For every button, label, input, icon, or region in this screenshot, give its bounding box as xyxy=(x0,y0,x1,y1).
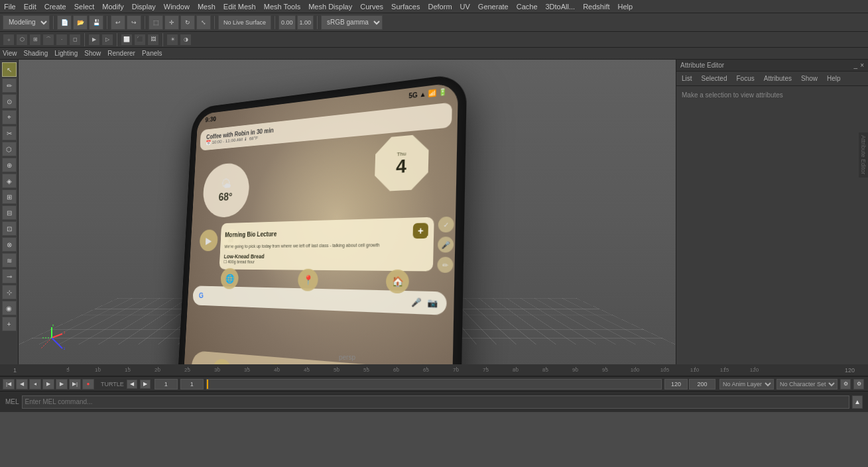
mic-icon[interactable]: 🎤 xyxy=(411,297,422,308)
menu-create[interactable]: Create xyxy=(44,3,66,11)
end-frame-input[interactable] xyxy=(664,379,688,389)
lasso-btn[interactable]: ⌖ xyxy=(2,110,17,125)
panel-view[interactable]: View xyxy=(3,50,17,57)
target-weld[interactable]: ⊹ xyxy=(2,285,17,299)
no-live-surface-btn[interactable]: No Live Surface xyxy=(218,15,271,30)
range-end-input[interactable] xyxy=(689,379,715,389)
timeline-track-bar[interactable] xyxy=(206,379,662,389)
notes-check-btn[interactable]: ✓ xyxy=(438,217,454,233)
light-mode[interactable]: ☀ xyxy=(166,34,178,46)
smooth-btn[interactable]: ≋ xyxy=(2,253,17,268)
play-fwd-btn[interactable]: ▶ xyxy=(42,379,54,389)
sel-mode-comp[interactable]: ⬡ xyxy=(16,34,28,46)
menu-file[interactable]: File xyxy=(4,3,16,11)
snap-curve[interactable]: ⌒ xyxy=(42,34,54,46)
fill-btn[interactable]: ⊡ xyxy=(2,221,17,236)
save-btn[interactable]: 💾 xyxy=(89,15,103,30)
extrude-btn[interactable]: ⬡ xyxy=(2,142,17,156)
prev-layer-btn[interactable]: ◀ xyxy=(127,380,137,389)
snap-point[interactable]: · xyxy=(56,34,68,46)
attr-tab-focus[interactable]: Focus xyxy=(733,74,757,83)
menu-curves[interactable]: Curves xyxy=(360,3,383,11)
attr-tab-help[interactable]: Help xyxy=(824,74,843,83)
panel-show[interactable]: Show xyxy=(84,50,101,57)
insert-btn[interactable]: ⊕ xyxy=(2,158,17,172)
bevel-btn[interactable]: ◈ xyxy=(2,174,17,188)
move-tool[interactable]: ✛ xyxy=(164,15,179,30)
next-layer-btn[interactable]: ▶ xyxy=(140,380,151,389)
close-attr-btn[interactable]: × xyxy=(860,62,864,69)
more-tools[interactable]: + xyxy=(2,317,17,331)
menu-mesh-tools[interactable]: Mesh Tools xyxy=(264,3,300,11)
go-start-btn[interactable]: |◀ xyxy=(3,379,15,389)
display-smooth[interactable]: ⬛ xyxy=(134,34,146,46)
menu-uv[interactable]: UV xyxy=(460,3,470,11)
sculpt-btn[interactable]: ⊙ xyxy=(2,94,17,109)
merge-btn[interactable]: ⊗ xyxy=(2,237,17,252)
script-editor-btn[interactable]: ▲ xyxy=(852,395,863,409)
ipr-btn[interactable]: ▷ xyxy=(101,34,113,46)
menu-window[interactable]: Window xyxy=(164,3,190,11)
play-back-btn[interactable]: ◂ xyxy=(29,379,41,389)
start-frame-input[interactable] xyxy=(155,379,178,389)
display-wire[interactable]: ⬜ xyxy=(121,34,133,46)
menu-cache[interactable]: Cache xyxy=(517,3,538,11)
deform-btn[interactable]: ◉ xyxy=(2,301,17,315)
redo-btn[interactable]: ↪ xyxy=(127,15,141,30)
menu-deform[interactable]: Deform xyxy=(428,3,452,11)
attr-tab-attributes[interactable]: Attributes xyxy=(761,74,794,83)
panel-panels[interactable]: Panels xyxy=(142,50,162,57)
char-set-select[interactable]: No Character Set xyxy=(776,379,837,389)
append-btn[interactable]: ⊟ xyxy=(2,205,17,220)
panel-renderer[interactable]: Renderer xyxy=(107,50,135,57)
panel-shading[interactable]: Shading xyxy=(24,50,48,57)
menu-edit-mesh[interactable]: Edit Mesh xyxy=(223,3,256,11)
anim-layer-select[interactable]: No Anim Layer xyxy=(719,379,774,389)
snap-grid[interactable]: ⊞ xyxy=(29,34,41,46)
record-btn[interactable]: ● xyxy=(82,379,94,389)
time-field[interactable]: 0.00 xyxy=(279,15,296,30)
cut-btn[interactable]: ✂ xyxy=(2,126,17,140)
menu-help[interactable]: Help xyxy=(618,3,633,11)
twitter-icon[interactable]: 🐦 xyxy=(265,362,286,364)
render-btn[interactable]: ▶ xyxy=(88,34,100,46)
menu-redshift[interactable]: Redshift xyxy=(583,3,609,11)
attr-tab-list[interactable]: List xyxy=(679,74,695,83)
anim-options-btn[interactable]: ⚙ xyxy=(840,379,851,389)
menu-3dtool[interactable]: 3DtoAll... xyxy=(546,3,576,11)
bridge-btn[interactable]: ⊞ xyxy=(2,189,17,204)
viewport[interactable]: 9:30 5G ▲ 📶 🔋 Coffee with Robin in 30 mi… xyxy=(19,60,676,364)
step-back-btn[interactable]: ◀ xyxy=(16,379,28,389)
sel-mode-obj[interactable]: ⬦ xyxy=(3,34,15,46)
rotate-tool[interactable]: ↻ xyxy=(180,15,195,30)
notes-add-btn[interactable]: + xyxy=(412,223,428,238)
menu-select[interactable]: Select xyxy=(74,3,95,11)
paint-tool-btn[interactable]: ✏ xyxy=(2,78,17,93)
scale-tool[interactable]: ⤡ xyxy=(196,15,211,30)
maps-icon[interactable]: 📍 xyxy=(298,269,318,291)
panel-lighting[interactable]: Lighting xyxy=(54,50,78,57)
mel-input[interactable] xyxy=(22,395,849,409)
step-fwd-btn[interactable]: ▶ xyxy=(56,379,68,389)
go-end-btn[interactable]: ▶| xyxy=(69,379,81,389)
chrome-icon[interactable]: 🌐 xyxy=(220,268,239,289)
menu-modify[interactable]: Modify xyxy=(102,3,123,11)
relax-btn[interactable]: ⊸ xyxy=(2,269,17,284)
new-scene-btn[interactable]: 📄 xyxy=(57,15,72,30)
speed-field[interactable]: 1.00 xyxy=(297,15,314,30)
notes-mic-btn[interactable]: 🎤 xyxy=(438,236,454,252)
attr-tab-show[interactable]: Show xyxy=(798,74,820,83)
phone-call-icon[interactable]: 📞 xyxy=(212,358,231,364)
open-btn[interactable]: 📂 xyxy=(73,15,88,30)
home-icon[interactable]: 🏠 xyxy=(386,270,410,294)
select-tool-btn[interactable]: ↖ xyxy=(2,62,17,77)
display-texture[interactable]: 🖼 xyxy=(147,34,159,46)
menu-generate[interactable]: Generate xyxy=(478,3,509,11)
mode-selector[interactable]: Modeling xyxy=(3,15,50,30)
char-options-btn[interactable]: ⚙ xyxy=(853,379,864,389)
camera-icon[interactable]: 📷 xyxy=(427,298,438,309)
minimize-btn[interactable]: _ xyxy=(854,62,858,69)
snap-view[interactable]: ◻ xyxy=(69,34,81,46)
color-space-selector[interactable]: sRGB gamma xyxy=(321,15,383,30)
menu-surfaces[interactable]: Surfaces xyxy=(391,3,420,11)
